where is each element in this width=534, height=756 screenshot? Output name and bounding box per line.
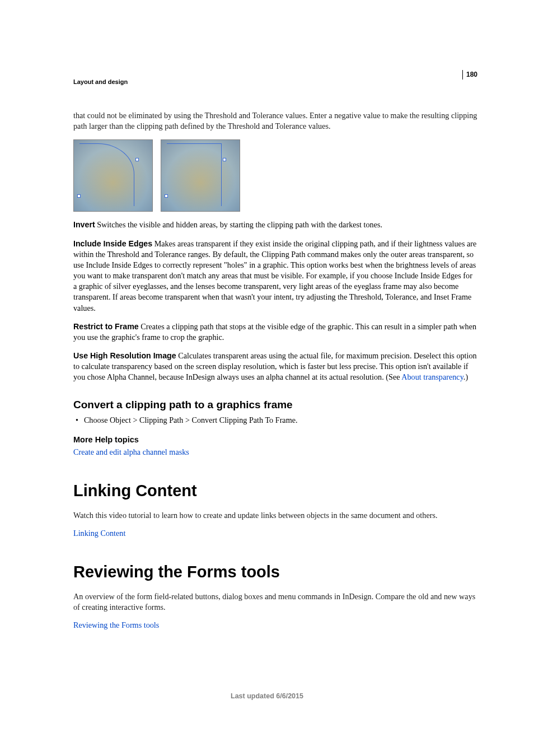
- section-label: Layout and design: [73, 78, 128, 85]
- term-text: Makes areas transparent if they exist in…: [73, 239, 476, 312]
- linking-content-link[interactable]: Linking Content: [73, 529, 125, 538]
- term-text: Switches the visible and hidden areas, b…: [95, 220, 382, 229]
- term-invert: Invert Switches the visible and hidden a…: [73, 220, 477, 230]
- heading-linking-content: Linking Content: [73, 482, 477, 500]
- clipping-example-image-1: [73, 139, 153, 212]
- bullet-text: Choose Object > Clipping Path > Convert …: [84, 416, 298, 425]
- clipping-example-image-2: [161, 139, 240, 212]
- main-content: that could not be eliminated by using th…: [73, 110, 477, 638]
- heading-convert-clipping-path: Convert a clipping path to a graphics fr…: [73, 399, 477, 411]
- linking-content-paragraph: Watch this video tutorial to learn how t…: [73, 510, 477, 521]
- last-updated-footer: Last updated 6/6/2015: [0, 692, 534, 700]
- create-edit-alpha-masks-link[interactable]: Create and edit alpha channel masks: [73, 447, 189, 456]
- term-label: Invert: [73, 220, 95, 229]
- reviewing-forms-paragraph: An overview of the form field-related bu…: [73, 591, 477, 613]
- heading-reviewing-forms-tools: Reviewing the Forms tools: [73, 563, 477, 581]
- term-restrict-to-frame: Restrict to Frame Creates a clipping pat…: [73, 321, 477, 343]
- reviewing-forms-tools-link[interactable]: Reviewing the Forms tools: [73, 620, 159, 629]
- term-use-high-resolution-image: Use High Resolution Image Calculates tra…: [73, 351, 477, 383]
- term-label: Include Inside Edges: [73, 239, 152, 248]
- about-transparency-link[interactable]: About transparency: [401, 372, 463, 381]
- intro-paragraph: that could not be eliminated by using th…: [73, 110, 477, 132]
- term-label: Use High Resolution Image: [73, 351, 176, 360]
- bullet-icon: •: [76, 417, 78, 424]
- term-include-inside-edges: Include Inside Edges Makes areas transpa…: [73, 239, 477, 314]
- term-text-b: .): [463, 372, 468, 381]
- example-images: [73, 139, 477, 212]
- term-label: Restrict to Frame: [73, 322, 139, 331]
- convert-bullet: • Choose Object > Clipping Path > Conver…: [76, 416, 477, 425]
- heading-more-help-topics: More Help topics: [73, 435, 477, 444]
- page-number: 180: [462, 70, 477, 80]
